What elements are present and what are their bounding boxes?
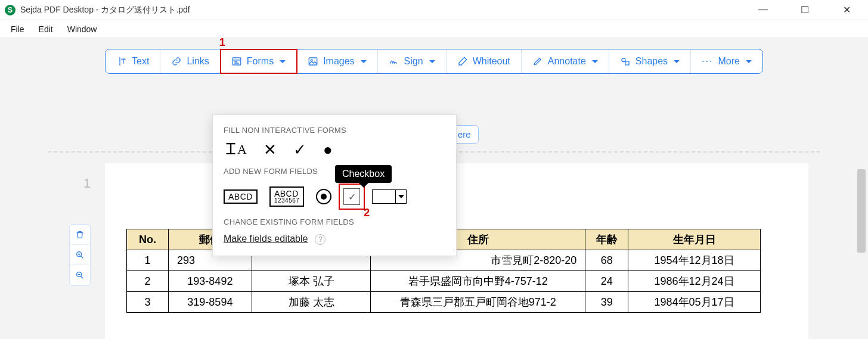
tool-text-label: Text (132, 56, 149, 67)
form-icon (231, 56, 242, 67)
delete-page-button[interactable] (70, 225, 90, 245)
menu-window[interactable]: Window (61, 22, 103, 36)
cell-no: 2 (127, 271, 169, 292)
menu-file[interactable]: File (5, 22, 30, 36)
cell-name: 加藤 太志 (252, 292, 371, 313)
add-multiline-sub: 1234567 (274, 198, 299, 204)
signature-icon (389, 56, 399, 67)
window-title: Sejda PDF Desktop - カタログ送付リスト.pdf (20, 5, 190, 15)
maximize-button[interactable]: ☐ (793, 4, 817, 15)
add-multiline-textfield[interactable]: ABCD 1234567 (269, 186, 304, 207)
eraser-icon (457, 56, 468, 67)
shapes-icon (620, 56, 631, 67)
cell-age: 24 (585, 271, 628, 292)
cell-no: 1 (127, 250, 169, 271)
svg-rect-1 (309, 58, 317, 65)
chevron-down-icon (674, 60, 680, 63)
cell-no: 3 (127, 292, 169, 313)
chevron-down-icon (592, 60, 598, 63)
cell-age: 68 (585, 250, 628, 271)
minimize-button[interactable]: — (751, 4, 775, 15)
app-icon: S (5, 5, 16, 15)
close-button[interactable]: ✕ (835, 4, 858, 15)
chevron-down-icon (746, 60, 752, 63)
trash-icon (75, 230, 85, 240)
cell-dob: 1954年12月18日 (628, 250, 761, 271)
zoom-in-button[interactable] (70, 245, 90, 265)
vertical-scrollbar[interactable] (857, 92, 867, 337)
add-textfield[interactable]: ABCD (224, 189, 258, 204)
link-icon (171, 56, 182, 67)
table-row: 3 319-8594 加藤 太志 青森県三戸郡五戸町岡谷地971-2 39 19… (127, 292, 761, 313)
svg-rect-0 (232, 58, 241, 65)
cell-dob: 1986年12月24日 (628, 271, 761, 292)
zoom-out-icon (75, 270, 85, 280)
add-checkbox[interactable] (343, 188, 360, 205)
tool-sign[interactable]: Sign (378, 49, 447, 73)
tool-shapes-label: Shapes (636, 56, 668, 67)
pencil-icon (532, 56, 543, 67)
text-cursor-icon (116, 56, 127, 67)
annotation-1: 1 (219, 36, 225, 49)
chevron-down-icon (429, 60, 435, 63)
cell-name: 塚本 弘子 (252, 271, 371, 292)
svg-point-3 (622, 58, 625, 62)
fill-dot-tool[interactable]: ● (323, 142, 333, 157)
tool-links[interactable]: Links (160, 49, 220, 73)
help-icon[interactable]: ? (315, 234, 326, 245)
tool-forms[interactable]: 1 Forms (221, 49, 297, 73)
section-add-fields: ADD NEW FORM FIELDS (224, 167, 445, 176)
tool-forms-label: Forms (247, 56, 274, 67)
tool-annotate[interactable]: Annotate (522, 49, 609, 73)
th-no: No. (127, 229, 169, 250)
cell-zip: 319-8594 (168, 292, 252, 313)
forms-dropdown-panel: FILL NON INTERACTIVE FORMS ᏆA ✕ ✓ ● ADD … (212, 114, 457, 256)
tooltip-checkbox: Checkbox (335, 165, 392, 183)
tool-images[interactable]: Images (297, 49, 377, 73)
pdf-page[interactable]: No. 郵便 住所 年齢 生年月日 1 293 市雪見町2-820-20 68 … (105, 163, 808, 339)
cell-age: 39 (585, 292, 628, 313)
fill-check-tool[interactable]: ✓ (293, 142, 306, 157)
th-age: 年齢 (585, 229, 628, 250)
chevron-down-icon (361, 60, 367, 63)
tool-annotate-label: Annotate (548, 56, 586, 67)
title-bar: S Sejda PDF Desktop - カタログ送付リスト.pdf — ☐ … (0, 0, 868, 20)
menu-bar: File Edit Window (0, 20, 868, 38)
svg-rect-4 (625, 61, 629, 65)
cell-addr: 青森県三戸郡五戸町岡谷地971-2 (371, 292, 585, 313)
tool-shapes[interactable]: Shapes (609, 49, 691, 73)
fill-x-tool[interactable]: ✕ (264, 142, 277, 157)
table-row: 2 193-8492 塚本 弘子 岩手県盛岡市向中野4-757-12 24 19… (127, 271, 761, 292)
tool-more-label: More (718, 56, 739, 67)
cell-dob: 1984年05月17日 (628, 292, 761, 313)
zoom-out-button[interactable] (70, 265, 90, 285)
add-radio[interactable] (316, 189, 331, 204)
cell-addr: 岩手県盛岡市向中野4-757-12 (371, 271, 585, 292)
main-area: Text Links 1 Forms Images Sign (0, 38, 868, 339)
tool-more[interactable]: ··· More (691, 49, 762, 73)
editor-toolbar: Text Links 1 Forms Images Sign (105, 49, 763, 74)
page-number: 1 (83, 176, 91, 191)
annotation-2: 2 (364, 207, 370, 219)
cell-zip: 193-8492 (168, 271, 252, 292)
tool-whiteout-label: Whiteout (473, 56, 510, 67)
tool-links-label: Links (187, 56, 209, 67)
add-dropdown[interactable] (372, 189, 407, 204)
fill-text-tool[interactable]: ᏆA (226, 142, 247, 157)
window-controls: — ☐ ✕ (751, 4, 863, 15)
side-tools (69, 224, 91, 286)
scrollbar-thumb[interactable] (857, 169, 866, 253)
make-fields-editable-link[interactable]: Make fields editable (224, 234, 308, 244)
tool-images-label: Images (323, 56, 354, 67)
section-fill-forms: FILL NON INTERACTIVE FORMS (224, 126, 445, 135)
tool-text[interactable]: Text (106, 49, 160, 73)
chevron-down-icon (280, 60, 286, 63)
tool-sign-label: Sign (404, 56, 423, 67)
menu-edit[interactable]: Edit (33, 22, 59, 36)
th-dob: 生年月日 (628, 229, 761, 250)
tool-whiteout[interactable]: Whiteout (447, 49, 522, 73)
zoom-in-icon (75, 250, 85, 260)
section-change-fields: CHANGE EXISTING FORM FIELDS (224, 217, 445, 226)
image-icon (308, 56, 318, 67)
dots-icon: ··· (702, 56, 713, 67)
